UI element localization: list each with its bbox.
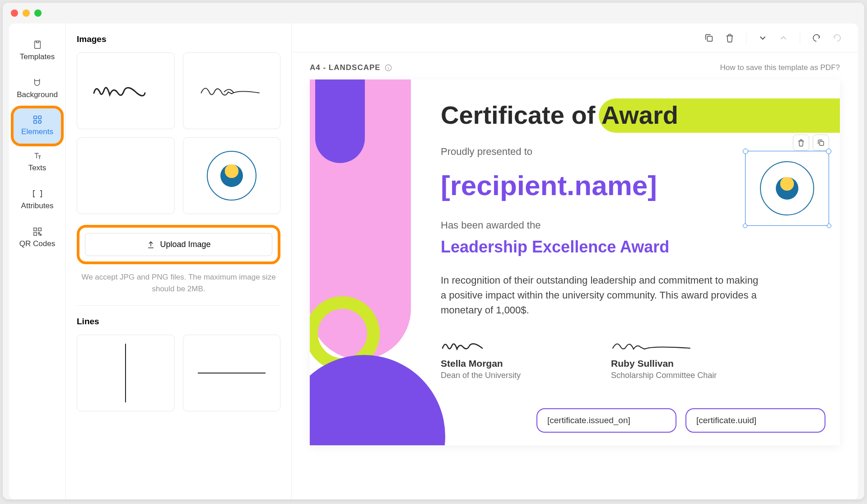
award-name[interactable]: Leadership Excellence Award — [441, 238, 822, 257]
title-prefix: Certificate of — [441, 101, 601, 129]
selected-logo-element[interactable] — [745, 151, 829, 226]
line-horizontal-asset[interactable] — [183, 335, 281, 411]
svg-point-4 — [38, 121, 41, 123]
line-vertical-asset[interactable] — [77, 335, 175, 411]
signature-graphic-icon — [441, 337, 495, 354]
certificate-title[interactable]: Certificate of Award — [441, 100, 822, 130]
app-window: Templates Background Elements Texts Attr… — [3, 3, 864, 499]
certificate-content: Certificate of Award Proudly presented t… — [441, 100, 822, 380]
signature-block-1[interactable]: Stella Morgan Dean of the University — [441, 337, 521, 380]
signature-graphic-icon — [611, 337, 692, 354]
certificate-body[interactable]: In recognition of their outstanding lead… — [441, 273, 766, 317]
svg-rect-0 — [34, 41, 40, 49]
copy-button[interactable] — [702, 31, 716, 45]
image-assets-grid — [77, 52, 280, 214]
signature-block-2[interactable]: Ruby Sullivan Scholarship Committee Chai… — [611, 337, 717, 380]
upload-highlight: Upload Image — [77, 225, 280, 264]
sidebar-item-background[interactable]: Background — [9, 70, 65, 108]
sidebar-item-label: Texts — [28, 163, 47, 173]
sidebar-item-label: Elements — [21, 127, 53, 136]
signer-name: Stella Morgan — [441, 358, 521, 369]
sidebar: Templates Background Elements Texts Attr… — [9, 23, 66, 499]
elements-panel: Images Upload Image — [66, 23, 292, 499]
svg-rect-2 — [38, 116, 41, 119]
layer-up-button[interactable] — [776, 31, 791, 45]
svg-rect-3 — [33, 121, 36, 123]
background-icon — [33, 78, 42, 88]
signature-icon — [92, 79, 159, 102]
svg-rect-10 — [707, 36, 712, 41]
sidebar-item-label: Background — [17, 90, 58, 99]
canvas-area: A4 - LANDSCAPE How to save this template… — [292, 23, 858, 499]
sidebar-item-label: Templates — [20, 52, 55, 61]
university-logo-icon — [207, 151, 256, 201]
title-highlight: Award — [601, 101, 678, 129]
content-area: Templates Background Elements Texts Attr… — [9, 23, 858, 499]
sidebar-item-attributes[interactable]: Attributes — [9, 182, 65, 219]
signer-role: Scholarship Committee Chair — [611, 371, 717, 380]
issued-on-pill[interactable]: [certificate.issued_on] — [536, 408, 676, 433]
delete-button[interactable] — [722, 31, 737, 45]
signature-icon — [198, 79, 266, 102]
university-logo-icon — [760, 161, 814, 215]
elements-icon — [33, 115, 42, 125]
svg-rect-1 — [33, 116, 36, 119]
svg-rect-6 — [38, 228, 41, 231]
sidebar-item-templates[interactable]: Templates — [9, 33, 65, 70]
redo-button[interactable] — [830, 31, 844, 45]
upload-image-button[interactable]: Upload Image — [85, 233, 272, 256]
format-text: A4 - LANDSCAPE — [310, 63, 381, 72]
sidebar-item-label: Attributes — [21, 201, 54, 210]
chevron-down-icon — [758, 33, 768, 43]
lines-grid — [77, 335, 280, 411]
upload-label: Upload Image — [160, 240, 210, 249]
minimize-window-button[interactable] — [23, 9, 30, 17]
signer-name: Ruby Sullivan — [611, 358, 717, 369]
sidebar-item-qr-codes[interactable]: QR Codes — [9, 219, 65, 257]
titlebar — [3, 3, 864, 23]
info-icon[interactable] — [384, 64, 392, 72]
texts-icon — [33, 151, 42, 161]
copy-icon — [817, 139, 825, 147]
trash-icon — [725, 33, 735, 43]
certificate-canvas[interactable]: Certificate of Award Proudly presented t… — [310, 79, 840, 445]
redo-icon — [832, 33, 842, 43]
element-duplicate-button[interactable] — [813, 135, 829, 151]
toolbar-divider — [746, 32, 746, 44]
toolbar-divider — [800, 32, 800, 44]
attributes-icon — [31, 189, 44, 199]
undo-button[interactable] — [809, 31, 824, 45]
asset-empty[interactable] — [77, 137, 175, 214]
canvas-toolbar — [292, 23, 858, 52]
qr-icon — [33, 227, 42, 237]
decoration-purple-pill — [315, 79, 365, 163]
maximize-window-button[interactable] — [34, 9, 42, 17]
certificate-meta-row: [certificate.issued_on] [certificate.uui… — [536, 408, 825, 433]
asset-signature-2[interactable] — [183, 52, 281, 129]
undo-icon — [811, 33, 821, 43]
format-label: A4 - LANDSCAPE — [310, 63, 392, 72]
sidebar-item-label: QR Codes — [19, 239, 55, 248]
layer-down-button[interactable] — [755, 31, 770, 45]
upload-icon — [146, 240, 155, 249]
vertical-line-icon — [125, 344, 126, 402]
decoration-purple-circle — [310, 355, 445, 445]
svg-rect-7 — [33, 233, 36, 235]
close-window-button[interactable] — [11, 9, 18, 17]
sidebar-item-elements[interactable]: Elements — [14, 108, 61, 144]
horizontal-line-icon — [198, 372, 266, 374]
selected-element-controls — [793, 135, 829, 151]
lines-header: Lines — [77, 317, 280, 327]
sidebar-item-texts[interactable]: Texts — [9, 144, 65, 182]
asset-logo[interactable] — [183, 137, 281, 214]
canvas-header: A4 - LANDSCAPE How to save this template… — [292, 52, 858, 79]
images-header: Images — [77, 34, 280, 44]
help-save-pdf-link[interactable]: How to save this template as PDF? — [720, 63, 840, 72]
uuid-pill[interactable]: [certificate.uuid] — [685, 408, 825, 433]
chevron-up-icon — [778, 33, 788, 43]
signer-role: Dean of the University — [441, 371, 521, 380]
upload-hint: We accept JPG and PNG files. The maximum… — [77, 271, 280, 306]
element-delete-button[interactable] — [793, 135, 809, 151]
asset-signature-1[interactable] — [77, 52, 175, 129]
trash-icon — [797, 139, 805, 147]
